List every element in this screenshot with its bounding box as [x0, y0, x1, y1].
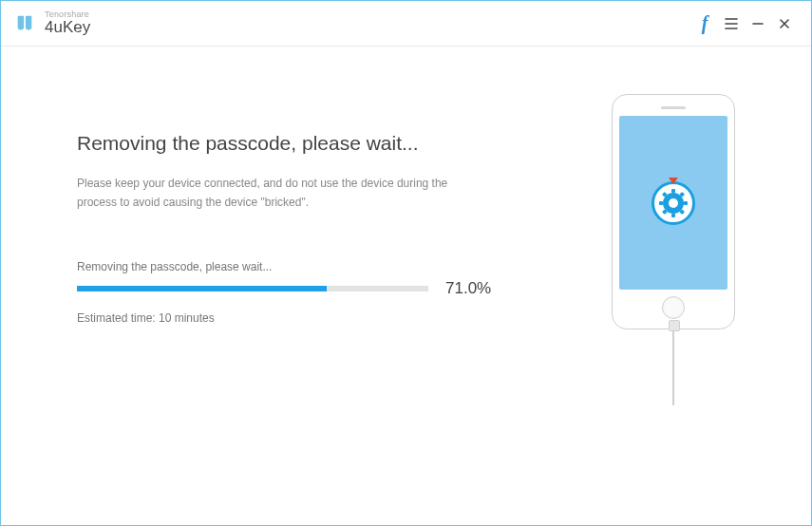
progress-percent: 71.0%	[445, 279, 491, 298]
phone-screen	[619, 116, 727, 290]
device-illustration	[612, 94, 735, 329]
cable-icon	[672, 329, 674, 405]
app-logo-icon	[14, 13, 35, 34]
progress-label: Removing the passcode, please wait...	[77, 260, 564, 273]
app-window: Tenorshare 4uKey f Removing the passcode…	[0, 0, 812, 526]
progress-row: 71.0%	[77, 279, 564, 298]
phone-home-button-icon	[662, 296, 685, 319]
page-description: Please keep your device connected, and d…	[77, 174, 476, 213]
titlebar: Tenorshare 4uKey f	[1, 1, 811, 47]
minimize-button[interactable]	[745, 10, 771, 37]
progress-section: Removing the passcode, please wait... 71…	[77, 260, 564, 325]
device-panel	[583, 94, 764, 487]
title-block: Tenorshare 4uKey	[45, 10, 90, 36]
progress-bar	[77, 286, 428, 291]
processing-badge-icon	[651, 181, 695, 225]
page-heading: Removing the passcode, please wait...	[77, 132, 564, 155]
close-button[interactable]	[771, 10, 798, 37]
estimated-time: Estimated time: 10 minutes	[77, 311, 564, 325]
content-area: Removing the passcode, please wait... Pl…	[1, 47, 811, 525]
product-label: 4uKey	[45, 19, 90, 36]
left-panel: Removing the passcode, please wait... Pl…	[77, 132, 583, 487]
menu-icon[interactable]	[718, 10, 745, 37]
gear-icon	[663, 193, 684, 214]
progress-bar-fill	[77, 286, 327, 291]
facebook-icon[interactable]: f	[691, 10, 718, 37]
phone-speaker-icon	[661, 106, 686, 109]
